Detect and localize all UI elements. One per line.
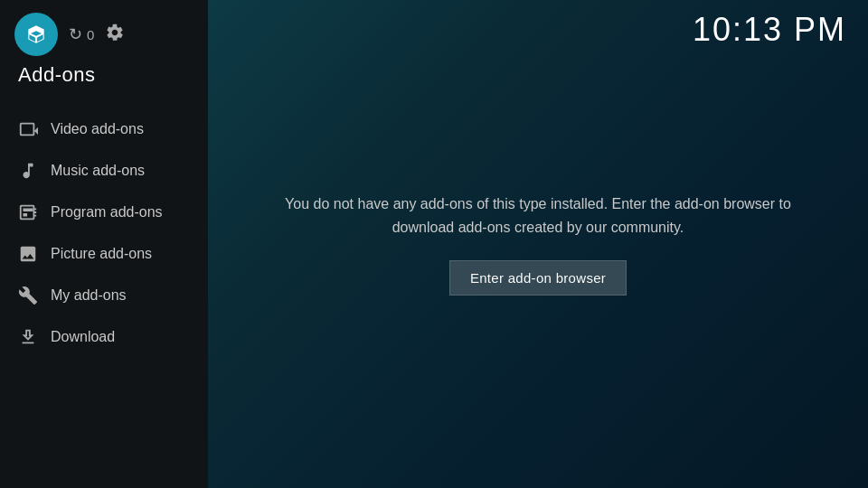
enter-addon-browser-button[interactable]: Enter add-on browser [449,260,627,296]
refresh-icon: ↻ [69,24,82,44]
sidebar-item-program-label: Program add-ons [51,204,163,221]
sidebar-item-picture-label: Picture add-ons [51,246,152,262]
sidebar-top-row: ↻ 0 [0,0,208,63]
time-display: 10:13 PM [693,11,846,48]
refresh-count: 0 [87,27,94,42]
main-content: 10:13 PM You do not have any add-ons of … [208,0,868,488]
settings-button[interactable] [105,23,125,47]
addon-browser-icon-button[interactable] [14,13,58,56]
sidebar-item-program[interactable]: Program add-ons [0,192,208,233]
music-icon [18,161,38,181]
sidebar-nav: Video add-ons Music add-ons Program add-… [0,108,208,358]
video-icon [18,119,38,139]
program-icon [18,202,38,222]
sidebar-item-video[interactable]: Video add-ons [0,108,208,150]
sidebar-page-title-area: Add-ons [0,63,208,99]
main-header: 10:13 PM [671,0,868,60]
sidebar-item-music[interactable]: Music add-ons [0,150,208,192]
sidebar-item-download-label: Download [51,329,115,345]
empty-state-message: You do not have any add-ons of this type… [267,192,809,239]
sidebar-item-picture[interactable]: Picture add-ons [0,233,208,275]
sidebar-item-download[interactable]: Download [0,316,208,358]
sidebar-title: Add-ons [18,63,95,86]
picture-icon [18,244,38,264]
sidebar-item-video-label: Video add-ons [51,121,144,137]
sidebar-item-music-label: Music add-ons [51,163,145,179]
box-icon [24,23,48,46]
sidebar-item-my[interactable]: My add-ons [0,275,208,316]
download-icon [18,327,38,347]
sidebar: ↻ 0 Add-ons Video add-ons Music add-ons [0,0,208,488]
sidebar-item-my-label: My add-ons [51,287,127,304]
my-addons-icon [18,286,38,305]
refresh-button[interactable]: ↻ 0 [69,24,94,44]
gear-icon [105,23,125,42]
main-body: You do not have any add-ons of this type… [208,0,868,488]
